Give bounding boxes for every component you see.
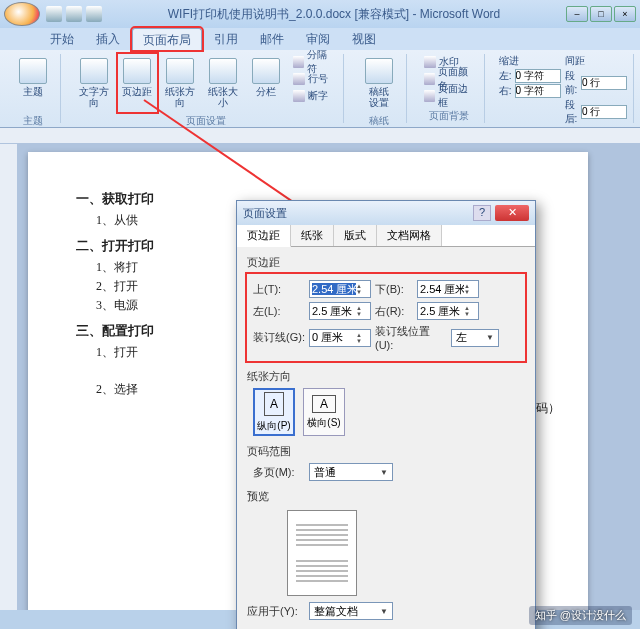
themes-button[interactable]: 主题	[12, 54, 54, 112]
bottom-input[interactable]: ▲▼	[417, 280, 479, 298]
group-theme-label: 主题	[23, 114, 43, 128]
apply-to-label: 应用于(Y):	[247, 604, 305, 619]
page-border-icon	[424, 90, 435, 102]
dialog-tab-paper[interactable]: 纸张	[291, 225, 334, 246]
themes-label: 主题	[23, 86, 43, 97]
portrait-button[interactable]: A纵向(P)	[253, 388, 295, 436]
manuscript-icon	[365, 58, 393, 84]
text-direction-label: 文字方向	[75, 86, 114, 108]
size-icon	[209, 58, 237, 84]
indent-right-label: 右:	[499, 84, 512, 98]
dialog-title: 页面设置	[243, 206, 287, 221]
line-numbers-icon	[293, 73, 305, 85]
office-button[interactable]	[4, 2, 40, 26]
top-label: 上(T):	[253, 282, 305, 297]
multipage-select[interactable]: 普通▼	[309, 463, 393, 481]
line-numbers-button[interactable]: 行号	[290, 71, 337, 87]
chevron-down-icon: ▼	[380, 607, 388, 616]
hyphenation-icon	[293, 90, 305, 102]
dialog-help-button[interactable]: ?	[473, 205, 491, 221]
chevron-down-icon: ▼	[380, 468, 388, 477]
size-button[interactable]: 纸张大小	[204, 54, 243, 112]
spin-down-icon[interactable]: ▼	[356, 338, 368, 344]
text-direction-button[interactable]: 文字方向	[75, 54, 114, 112]
apply-to-select[interactable]: 整篇文档▼	[309, 602, 393, 620]
close-button[interactable]: ×	[614, 6, 636, 22]
ribbon-tabs: 开始 插入 页面布局 引用 邮件 审阅 视图	[0, 28, 640, 50]
size-label: 纸张大小	[204, 86, 243, 108]
group-page-bg-label: 页面背景	[429, 109, 469, 123]
margins-button[interactable]: 页边距	[118, 54, 157, 112]
group-manuscript-label: 稿纸	[369, 114, 389, 128]
minimize-button[interactable]: –	[566, 6, 588, 22]
gutter-pos-label: 装订线位置(U):	[375, 324, 447, 351]
qat-save-icon[interactable]	[46, 6, 62, 22]
spin-down-icon[interactable]: ▼	[356, 289, 368, 295]
tab-references[interactable]: 引用	[204, 28, 248, 50]
margins-section-label: 页边距	[247, 255, 525, 270]
page-border-button[interactable]: 页面边框	[421, 88, 478, 104]
indent-heading: 缩进	[499, 54, 561, 68]
group-page-setup-label: 页面设置	[186, 114, 226, 128]
breaks-icon	[293, 56, 304, 68]
hyphenation-button[interactable]: 断字	[290, 88, 337, 104]
spin-down-icon[interactable]: ▼	[356, 311, 368, 317]
dialog-close-button[interactable]: ✕	[495, 205, 529, 221]
dialog-tab-margins[interactable]: 页边距	[237, 225, 291, 247]
page-color-icon	[424, 73, 435, 85]
space-after-input[interactable]	[581, 105, 627, 119]
tab-insert[interactable]: 插入	[86, 28, 130, 50]
bottom-label: 下(B):	[375, 282, 413, 297]
orientation-label: 纸张方向	[161, 86, 200, 108]
spin-down-icon[interactable]: ▼	[464, 311, 476, 317]
maximize-button[interactable]: □	[590, 6, 612, 22]
preview-thumbnail	[287, 510, 357, 596]
spacing-heading: 间距	[565, 54, 627, 68]
right-label: 右(R):	[375, 304, 413, 319]
watermark-text: 知乎 @设计没什么	[529, 606, 632, 625]
indent-left-input[interactable]	[515, 69, 561, 83]
landscape-button[interactable]: A横向(S)	[303, 388, 345, 436]
orientation-icon	[166, 58, 194, 84]
gutter-input[interactable]: ▲▼	[309, 329, 371, 347]
horizontal-ruler[interactable]	[0, 128, 640, 144]
manuscript-button[interactable]: 稿纸 设置	[358, 54, 400, 112]
indent-left-label: 左:	[499, 69, 512, 83]
columns-icon	[252, 58, 280, 84]
portrait-label: 纵向(P)	[257, 419, 290, 433]
vertical-ruler[interactable]	[0, 144, 18, 610]
watermark-icon	[424, 56, 436, 68]
page-setup-dialog: 页面设置 ? ✕ 页边距 纸张 版式 文档网格 页边距 上(T): ▲▼ 下(B…	[236, 200, 536, 629]
hyphenation-label: 断字	[308, 89, 328, 103]
indent-right-input[interactable]	[515, 84, 561, 98]
dialog-tab-layout[interactable]: 版式	[334, 225, 377, 246]
tab-mailings[interactable]: 邮件	[250, 28, 294, 50]
space-before-input[interactable]	[581, 76, 627, 90]
left-input[interactable]: ▲▼	[309, 302, 371, 320]
chevron-down-icon: ▼	[486, 333, 494, 342]
right-input[interactable]: ▲▼	[417, 302, 479, 320]
space-after-label: 段后:	[565, 98, 578, 126]
pages-section-label: 页码范围	[247, 444, 525, 459]
tab-review[interactable]: 审阅	[296, 28, 340, 50]
breaks-button[interactable]: 分隔符	[290, 54, 337, 70]
line-numbers-label: 行号	[308, 72, 328, 86]
tab-page-layout[interactable]: 页面布局	[132, 28, 202, 50]
window-title: WIFI打印机使用说明书_2.0.0.docx [兼容模式] - Microso…	[102, 6, 566, 23]
text-direction-icon	[80, 58, 108, 84]
qat-undo-icon[interactable]	[66, 6, 82, 22]
gutter-pos-select[interactable]: 左▼	[451, 329, 499, 347]
qat-redo-icon[interactable]	[86, 6, 102, 22]
tab-view[interactable]: 视图	[342, 28, 386, 50]
spin-down-icon[interactable]: ▼	[464, 289, 476, 295]
orientation-button[interactable]: 纸张方向	[161, 54, 200, 112]
tab-home[interactable]: 开始	[40, 28, 84, 50]
ribbon: 主题 主题 文字方向 页边距 纸张方向 纸张大小 分栏 分隔符 行号 断字 页面…	[0, 50, 640, 128]
preview-section-label: 预览	[247, 489, 525, 504]
top-input[interactable]: ▲▼	[309, 280, 371, 298]
apply-to-value: 整篇文档	[314, 604, 358, 619]
themes-icon	[19, 58, 47, 84]
columns-button[interactable]: 分栏	[247, 54, 286, 112]
manuscript-label: 稿纸 设置	[369, 86, 389, 108]
dialog-tab-grid[interactable]: 文档网格	[377, 225, 442, 246]
